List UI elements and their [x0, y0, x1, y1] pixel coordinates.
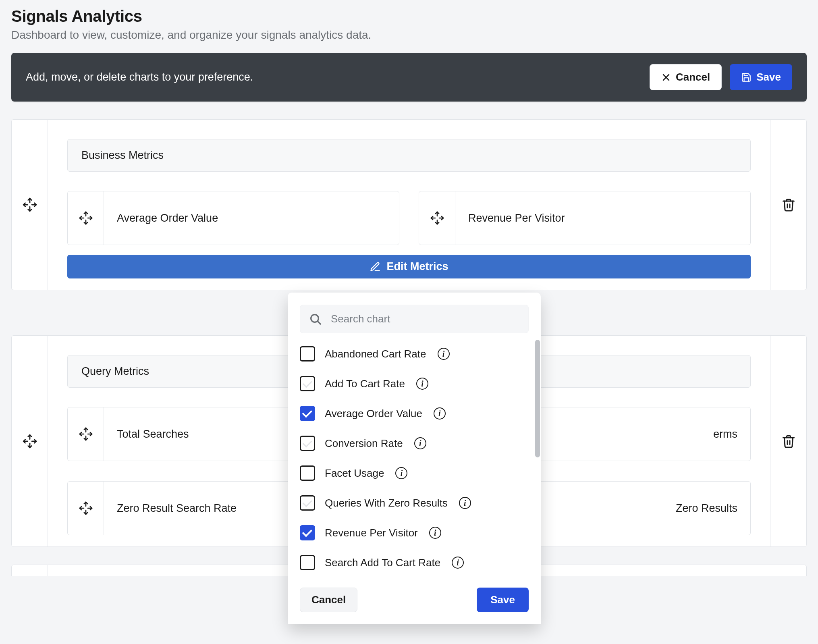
checkbox[interactable]	[300, 495, 315, 511]
chart-selector-popup: Abandoned Cart RateiAdd To Cart RateiAve…	[288, 293, 541, 624]
drag-handle[interactable]	[12, 120, 48, 290]
action-bar-message: Add, move, or delete charts to your pref…	[26, 71, 253, 83]
close-icon	[661, 73, 671, 82]
svg-line-27	[318, 321, 320, 324]
metric-card: Revenue Per Visitor	[419, 191, 751, 245]
info-icon[interactable]: i	[452, 557, 464, 569]
metric-label: Revenue Per Visitor	[455, 191, 750, 245]
page-subtitle: Dashboard to view, customize, and organi…	[11, 29, 807, 42]
chart-option-label: Search Add To Cart Rate	[325, 557, 440, 569]
chart-option[interactable]: Conversion Ratei	[293, 428, 535, 458]
drag-handle[interactable]	[12, 336, 48, 546]
info-icon[interactable]: i	[429, 527, 441, 539]
chart-search-input[interactable]	[330, 312, 519, 326]
drag-handle[interactable]	[419, 191, 455, 245]
checkbox[interactable]	[300, 525, 315, 540]
chart-option-label: Conversion Rate	[325, 437, 403, 450]
info-icon[interactable]: i	[434, 407, 446, 420]
page-title: Signals Analytics	[11, 7, 807, 25]
chart-option[interactable]: Add To Cart Ratei	[293, 369, 535, 399]
panel-header: Business Metrics	[67, 139, 751, 172]
chart-option[interactable]: Revenue Per Visitori	[293, 518, 535, 548]
checkbox[interactable]	[300, 436, 315, 451]
chart-option-label: Abandoned Cart Rate	[325, 348, 426, 360]
drag-handle[interactable]	[68, 407, 104, 461]
chart-option-label: Queries With Zero Results	[325, 497, 448, 509]
chart-option-label: Facet Usage	[325, 467, 384, 480]
checkbox[interactable]	[300, 555, 315, 570]
chart-search[interactable]	[300, 305, 529, 333]
edit-metrics-button[interactable]: Edit Metrics	[67, 255, 751, 278]
save-icon	[741, 72, 752, 83]
chart-option-label: Average Order Value	[325, 407, 422, 420]
checkbox[interactable]	[300, 346, 315, 361]
delete-panel-button[interactable]	[770, 120, 806, 290]
metric-label: Average Order Value	[104, 191, 399, 245]
save-button[interactable]: Save	[730, 64, 792, 90]
panel-business-metrics: Business Metrics Average Order Value Rev…	[11, 119, 807, 290]
cancel-button-label: Cancel	[676, 71, 710, 83]
chart-option[interactable]: Search Add To Cart Ratei	[293, 548, 535, 578]
metric-card: Average Order Value	[67, 191, 399, 245]
popup-save-button[interactable]: Save	[477, 588, 529, 612]
checkbox[interactable]	[300, 376, 315, 391]
checkbox[interactable]	[300, 406, 315, 421]
info-icon[interactable]: i	[414, 437, 426, 449]
info-icon[interactable]: i	[438, 348, 450, 360]
delete-panel-button[interactable]	[770, 336, 806, 546]
action-bar: Add, move, or delete charts to your pref…	[11, 53, 807, 102]
edit-metrics-label: Edit Metrics	[386, 260, 448, 273]
info-icon[interactable]: i	[416, 378, 428, 390]
chart-option[interactable]: Queries With Zero Resultsi	[293, 488, 535, 518]
chart-option-label: Add To Cart Rate	[325, 378, 405, 390]
info-icon[interactable]: i	[395, 467, 407, 479]
pencil-icon	[370, 261, 381, 272]
cancel-button[interactable]: Cancel	[650, 64, 722, 90]
checkbox[interactable]	[300, 465, 315, 481]
chart-option[interactable]: Abandoned Cart Ratei	[293, 339, 535, 369]
scrollbar[interactable]	[535, 340, 540, 457]
save-button-label: Save	[756, 71, 781, 83]
chart-option[interactable]: Average Order Valuei	[293, 399, 535, 428]
chart-option-label: Revenue Per Visitor	[325, 527, 418, 539]
chart-option[interactable]: Facet Usagei	[293, 458, 535, 488]
drag-handle[interactable]	[68, 482, 104, 535]
chart-options-list: Abandoned Cart RateiAdd To Cart RateiAve…	[288, 337, 541, 578]
drag-handle[interactable]	[68, 191, 104, 245]
info-icon[interactable]: i	[459, 497, 471, 509]
search-icon	[309, 313, 322, 326]
popup-cancel-button[interactable]: Cancel	[300, 588, 357, 612]
